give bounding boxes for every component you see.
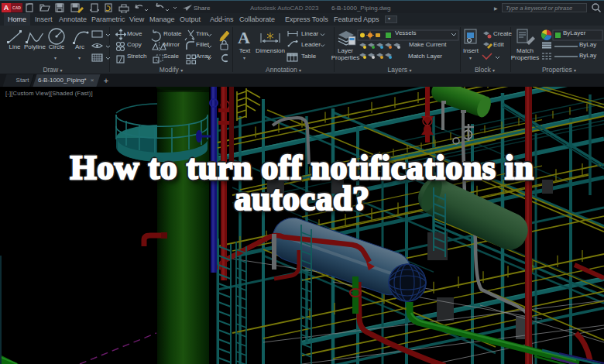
svg-text:A: A — [238, 28, 250, 47]
